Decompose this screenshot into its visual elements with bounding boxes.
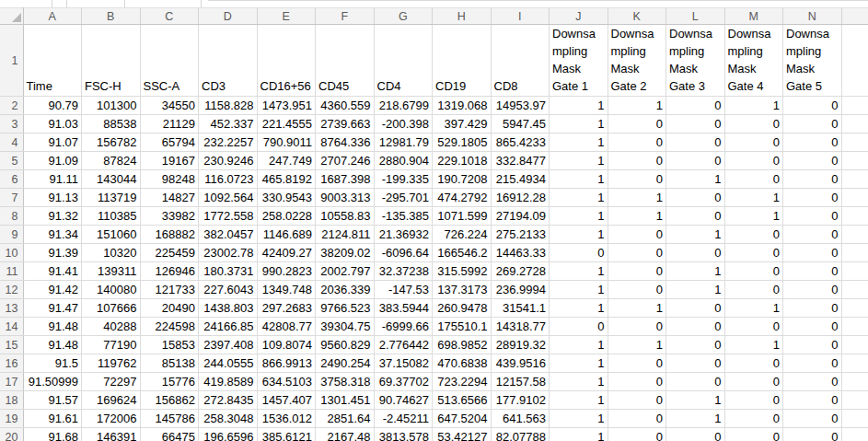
cell-J7[interactable]: 1 [550, 189, 608, 207]
cell-B16[interactable]: 119762 [82, 354, 141, 373]
cell-N12[interactable]: 0 [783, 281, 842, 299]
cell-H3[interactable]: 397.429 [433, 115, 492, 133]
cell-E19[interactable]: 1536.012 [257, 410, 316, 428]
cell-A2[interactable]: 90.79 [23, 97, 82, 115]
row-header-10[interactable]: 10 [0, 244, 23, 262]
cell-I3[interactable]: 5947.45 [491, 115, 550, 133]
cell-E9[interactable]: 1146.689 [257, 226, 316, 244]
cell-A19[interactable]: 91.61 [23, 410, 82, 428]
cell-F2[interactable]: 4360.559 [316, 97, 375, 115]
cell-C10[interactable]: 225459 [140, 244, 199, 262]
cell-N1[interactable]: Downsa mpling Mask Gate 5 [783, 25, 842, 97]
cell-G3[interactable]: -200.398 [374, 115, 433, 133]
cell-G18[interactable]: 90.74627 [374, 391, 433, 410]
cell-A3[interactable]: 91.03 [23, 115, 82, 133]
cell-A12[interactable]: 91.42 [23, 281, 82, 299]
cell-partial-19[interactable] [841, 410, 868, 428]
cell-K16[interactable]: 0 [608, 354, 666, 373]
cell-H16[interactable]: 470.6838 [433, 354, 492, 373]
cell-B13[interactable]: 107666 [82, 299, 141, 318]
cell-M9[interactable]: 0 [724, 226, 783, 244]
cell-E3[interactable]: 221.4555 [257, 115, 316, 133]
cell-L20[interactable]: 0 [666, 428, 725, 441]
cell-N11[interactable]: 0 [783, 262, 842, 281]
cell-G16[interactable]: 37.15082 [374, 354, 433, 373]
cell-E1[interactable]: CD16+56 [257, 25, 316, 97]
cell-B18[interactable]: 169624 [82, 391, 141, 410]
cell-H17[interactable]: 723.2294 [433, 373, 492, 391]
cell-M20[interactable]: 0 [724, 428, 783, 441]
cell-J6[interactable]: 1 [550, 170, 608, 189]
cell-A1[interactable]: Time [23, 25, 82, 97]
cell-F1[interactable]: CD45 [316, 25, 375, 97]
cell-L6[interactable]: 1 [666, 170, 725, 189]
cell-B5[interactable]: 87824 [82, 152, 141, 170]
cell-G11[interactable]: 32.37238 [374, 262, 433, 281]
cell-A7[interactable]: 91.13 [23, 189, 82, 207]
cell-partial-18[interactable] [841, 391, 868, 410]
cell-F11[interactable]: 2002.797 [316, 262, 375, 281]
cell-D6[interactable]: 116.0723 [199, 170, 258, 189]
cell-G13[interactable]: 383.5944 [374, 299, 433, 318]
cell-partial-3[interactable] [841, 115, 868, 133]
cell-J8[interactable]: 1 [550, 207, 608, 226]
cell-K7[interactable]: 1 [608, 189, 666, 207]
cell-J20[interactable]: 1 [550, 428, 608, 441]
cell-partial-8[interactable] [841, 207, 868, 226]
cell-K19[interactable]: 0 [608, 410, 666, 428]
cell-F20[interactable]: 2167.48 [316, 428, 375, 441]
cell-H15[interactable]: 698.9852 [433, 336, 492, 354]
cell-J10[interactable]: 0 [550, 244, 608, 262]
cell-J13[interactable]: 1 [550, 299, 608, 318]
cell-J11[interactable]: 1 [550, 262, 608, 281]
cell-K14[interactable]: 0 [608, 318, 666, 336]
cell-partial-11[interactable] [841, 262, 868, 281]
cell-E4[interactable]: 790.9011 [257, 133, 316, 152]
cell-H1[interactable]: CD19 [433, 25, 492, 97]
cell-J15[interactable]: 1 [550, 336, 608, 354]
cell-K5[interactable]: 0 [608, 152, 666, 170]
cell-J2[interactable]: 1 [550, 97, 608, 115]
cell-H8[interactable]: 1071.599 [433, 207, 492, 226]
cell-H18[interactable]: 513.6566 [433, 391, 492, 410]
cell-J1[interactable]: Downsa mpling Mask Gate 1 [550, 25, 608, 97]
cell-A16[interactable]: 91.5 [23, 354, 82, 373]
column-header-partial[interactable] [841, 8, 868, 25]
cell-M15[interactable]: 1 [724, 336, 783, 354]
cell-N18[interactable]: 0 [783, 391, 842, 410]
column-header-N[interactable]: N [783, 8, 842, 25]
cell-H11[interactable]: 315.5992 [433, 262, 492, 281]
cell-partial-10[interactable] [841, 244, 868, 262]
cell-F4[interactable]: 8764.336 [316, 133, 375, 152]
cell-M14[interactable]: 0 [724, 318, 783, 336]
cell-B15[interactable]: 77190 [82, 336, 141, 354]
cell-M11[interactable]: 0 [724, 262, 783, 281]
cell-N20[interactable]: 0 [783, 428, 842, 441]
cell-I16[interactable]: 439.9516 [491, 354, 550, 373]
row-header-4[interactable]: 4 [0, 133, 23, 152]
cell-N15[interactable]: 0 [783, 336, 842, 354]
cell-partial-4[interactable] [841, 133, 868, 152]
cell-D18[interactable]: 272.8435 [199, 391, 258, 410]
cell-E7[interactable]: 330.9543 [257, 189, 316, 207]
cell-F3[interactable]: 2739.663 [316, 115, 375, 133]
cell-E16[interactable]: 866.9913 [257, 354, 316, 373]
cell-B20[interactable]: 146391 [82, 428, 141, 441]
column-header-G[interactable]: G [374, 8, 433, 25]
cell-C20[interactable]: 66475 [140, 428, 199, 441]
row-header-13[interactable]: 13 [0, 299, 23, 318]
cell-L9[interactable]: 1 [666, 226, 725, 244]
cell-E15[interactable]: 109.8074 [257, 336, 316, 354]
cell-J16[interactable]: 1 [550, 354, 608, 373]
cell-B10[interactable]: 10320 [82, 244, 141, 262]
cell-C15[interactable]: 15853 [140, 336, 199, 354]
cell-M16[interactable]: 0 [724, 354, 783, 373]
cell-G7[interactable]: -295.701 [374, 189, 433, 207]
cell-partial-15[interactable] [841, 336, 868, 354]
cell-partial-2[interactable] [841, 97, 868, 115]
cell-K10[interactable]: 0 [608, 244, 666, 262]
cell-F13[interactable]: 9766.523 [316, 299, 375, 318]
cell-I10[interactable]: 14463.33 [491, 244, 550, 262]
cell-E18[interactable]: 1457.407 [257, 391, 316, 410]
cell-L8[interactable]: 0 [666, 207, 725, 226]
